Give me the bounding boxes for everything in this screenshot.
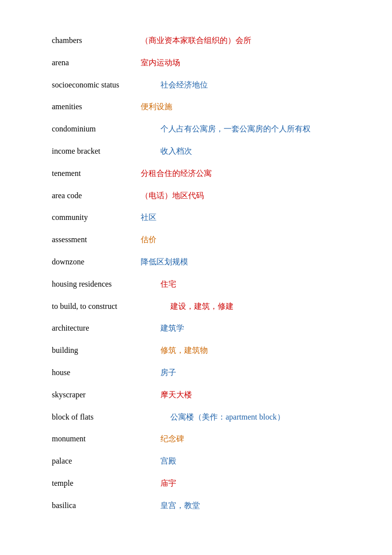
chinese-meaning: 庙宇 <box>160 476 176 491</box>
english-term: chambers <box>52 34 141 48</box>
list-item: block of flats公寓楼（美作：apartment block） <box>52 406 340 428</box>
list-item: tenement分租合住的经济公寓 <box>52 163 340 185</box>
english-term: to build, to construct <box>52 299 170 314</box>
list-item: monument纪念碑 <box>52 428 340 450</box>
chinese-meaning: （电话）地区代码 <box>141 189 204 203</box>
english-term: architecture <box>52 321 160 336</box>
list-item: amenities便利设施 <box>52 96 340 118</box>
english-term: palace <box>52 454 160 469</box>
english-term: assessment <box>52 233 141 247</box>
chinese-meaning: 社区 <box>141 211 157 225</box>
list-item: housing residences住宅 <box>52 273 340 296</box>
chinese-meaning: 分租合住的经济公寓 <box>141 167 212 181</box>
chinese-meaning: 公寓楼（美作：apartment block） <box>170 410 285 425</box>
english-term: income bracket <box>52 144 160 159</box>
english-term: building <box>52 343 160 358</box>
list-item: arena室内运动场 <box>52 52 340 74</box>
english-term: skyscraper <box>52 388 160 402</box>
chinese-meaning: 估价 <box>141 233 157 247</box>
english-term: temple <box>52 476 160 491</box>
chinese-meaning: 降低区划规模 <box>141 255 188 269</box>
english-term: area code <box>52 189 141 203</box>
chinese-meaning: 室内运动场 <box>141 56 180 70</box>
chinese-meaning: 摩天大楼 <box>160 388 192 402</box>
english-term: arena <box>52 56 141 70</box>
chinese-meaning: 个人占有公寓房，一套公寓房的个人所有权 <box>160 122 311 136</box>
english-term: house <box>52 366 160 380</box>
list-item: to build, to construct建设，建筑，修建 <box>52 296 340 318</box>
chinese-meaning: 房子 <box>160 366 176 380</box>
english-term: condominium <box>52 122 160 136</box>
list-item: assessment估价 <box>52 229 340 251</box>
chinese-meaning: （商业资本家联合组织的）会所 <box>141 34 251 48</box>
list-item: house房子 <box>52 362 340 384</box>
list-item: building修筑，建筑物 <box>52 340 340 362</box>
chinese-meaning: 建设，建筑，修建 <box>170 299 234 314</box>
chinese-meaning: 纪念碑 <box>160 432 184 446</box>
list-item: architecture建筑学 <box>52 317 340 340</box>
list-item: condominium个人占有公寓房，一套公寓房的个人所有权 <box>52 118 340 140</box>
english-term: amenities <box>52 100 141 114</box>
chinese-meaning: 便利设施 <box>141 100 172 114</box>
chinese-meaning: 皇宫，教堂 <box>160 499 200 513</box>
english-term: basilica <box>52 499 160 513</box>
list-item: community社区 <box>52 207 340 229</box>
list-item: income bracket收入档次 <box>52 140 340 163</box>
english-term: monument <box>52 432 160 446</box>
chinese-meaning: 收入档次 <box>160 144 192 159</box>
chinese-meaning: 建筑学 <box>160 321 184 336</box>
english-term: downzone <box>52 255 141 269</box>
list-item: socioeconomic status社会经济地位 <box>52 74 340 96</box>
list-item: temple庙宇 <box>52 472 340 495</box>
list-item: basilica皇宫，教堂 <box>52 495 340 517</box>
list-item: chambers（商业资本家联合组织的）会所 <box>52 30 340 52</box>
chinese-meaning: 社会经济地位 <box>160 78 208 92</box>
vocabulary-list: chambers（商业资本家联合组织的）会所arena室内运动场socioeco… <box>52 30 340 517</box>
english-term: tenement <box>52 167 141 181</box>
english-term: housing residences <box>52 277 160 292</box>
chinese-meaning: 住宅 <box>160 277 176 292</box>
english-term: community <box>52 211 141 225</box>
list-item: downzone降低区划规模 <box>52 251 340 273</box>
list-item: palace宫殿 <box>52 450 340 472</box>
chinese-meaning: 修筑，建筑物 <box>160 343 208 358</box>
chinese-meaning: 宫殿 <box>160 454 176 469</box>
english-term: block of flats <box>52 410 170 425</box>
list-item: area code（电话）地区代码 <box>52 185 340 207</box>
list-item: skyscraper摩天大楼 <box>52 384 340 406</box>
english-term: socioeconomic status <box>52 78 160 92</box>
